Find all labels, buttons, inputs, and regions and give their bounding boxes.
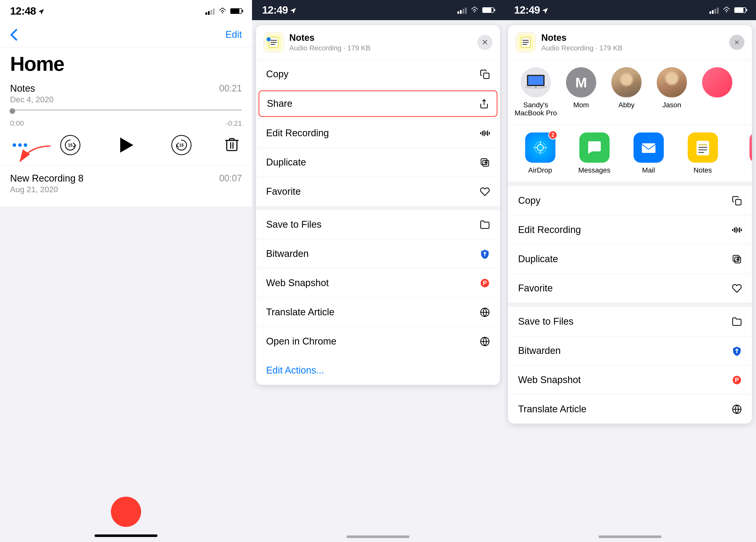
menu-item-bitwarden-3[interactable]: Bitwarden (508, 336, 752, 365)
share-contact-mom[interactable]: M Mom (558, 67, 604, 117)
time-labels: 0:00 -0:21 (10, 119, 242, 128)
menu-item-edit-actions-2[interactable]: Edit Actions... (256, 356, 500, 385)
mom-avatar: M (566, 67, 596, 98)
edit-actions-label-2: Edit Actions... (266, 365, 324, 376)
airdrop-label: AirDrop (528, 166, 552, 174)
battery-icon-3 (734, 7, 746, 13)
abby-avatar (611, 67, 642, 98)
home-indicator-3 (599, 535, 661, 538)
heart-icon-2 (480, 187, 490, 197)
close-icon-3 (734, 39, 740, 45)
modal-subtitle-2: Audio Recording · 179 KB (289, 44, 472, 52)
modal-close-button-2[interactable]: ✕ (477, 35, 492, 50)
menu-item-chrome-2[interactable]: Open in Chrome (256, 327, 500, 356)
menu-item-bitwarden-2[interactable]: Bitwarden (256, 239, 500, 269)
modal-close-button-3[interactable] (729, 35, 744, 50)
messages-symbol (586, 139, 603, 157)
menu-item-favorite-3[interactable]: Favorite (508, 274, 752, 303)
play-button[interactable] (113, 133, 138, 158)
menu-item-edit-recording-2[interactable]: Edit Recording (256, 119, 500, 148)
annotation-arrow (5, 141, 55, 171)
signal-bar (213, 9, 215, 15)
panel-share-sheet: 12:49 (504, 0, 756, 542)
svg-point-35 (535, 86, 537, 88)
time-start: 0:00 (10, 119, 24, 128)
share-app-airdrop[interactable]: 2 AirDrop (513, 133, 567, 174)
signal-bar (714, 9, 716, 14)
notes-app-icon-3 (516, 32, 536, 52)
menu-item-translate-2[interactable]: Translate Article (256, 298, 500, 327)
back-button[interactable] (10, 28, 18, 41)
save-files-label-2: Save to Files (266, 219, 322, 230)
svg-rect-39 (697, 141, 709, 155)
share-icon-2 (479, 99, 489, 109)
signal-bar (465, 8, 467, 14)
macbook-avatar (521, 67, 551, 98)
edit-recording-label-2: Edit Recording (266, 128, 329, 139)
menu-item-web-snapshot-3[interactable]: Web Snapshot P (508, 365, 752, 395)
mail-symbol (640, 139, 657, 157)
svg-rect-2 (227, 140, 237, 151)
favorite-label-3: Favorite (518, 283, 553, 294)
notes-app-label: Notes (694, 166, 712, 174)
recording-item-2[interactable]: New Recording 8 00:07 Aug 21, 2020 (0, 166, 252, 207)
recording-date-2: Aug 21, 2020 (10, 185, 242, 194)
airdrop-icon: 2 (525, 133, 555, 163)
progress-bar[interactable] (10, 109, 242, 111)
share-sheet: Notes Audio Recording · 179 KB (508, 25, 752, 424)
battery-fill-1 (231, 9, 239, 13)
share-contact-jason[interactable]: Jason (649, 67, 695, 117)
menu-item-edit-recording-3[interactable]: Edit Recording (508, 215, 752, 245)
skip-back-button[interactable]: 15 (60, 135, 80, 155)
menu-item-translate-3[interactable]: Translate Article (508, 395, 752, 424)
menu-item-web-snapshot-2[interactable]: Web Snapshot P (256, 269, 500, 298)
record-button[interactable] (111, 497, 141, 527)
menu-group-1: Copy Share (256, 60, 500, 206)
menu-item-save-files-2[interactable]: Save to Files (256, 210, 500, 239)
edit-button[interactable]: Edit (226, 29, 242, 40)
globe-icon-chrome-2 (480, 336, 490, 346)
page-title: Home (0, 47, 252, 76)
menu-item-favorite-2[interactable]: Favorite (256, 177, 500, 206)
bitwarden-icon-3 (732, 346, 742, 356)
share-contact-macbook[interactable]: Sandy'sMacBook Pro (513, 67, 558, 117)
menu-item-save-files-3[interactable]: Save to Files (508, 307, 752, 336)
delete-button[interactable] (224, 136, 239, 154)
more-avatar (702, 67, 732, 98)
menu-item-share-2[interactable]: Share (259, 90, 497, 117)
battery-fill-2 (483, 8, 491, 12)
menu-item-copy-2[interactable]: Copy (256, 60, 500, 89)
recording-duration-notes: 00:21 (219, 83, 242, 94)
panel-home: 12:48 Edit (0, 0, 252, 542)
skip-forward-icon: 15 (174, 138, 189, 153)
battery-icon-1 (230, 8, 242, 14)
mom-label: Mom (573, 101, 589, 109)
menu-item-duplicate-3[interactable]: Duplicate (508, 245, 752, 274)
copy-label-2: Copy (266, 69, 289, 80)
menu-item-share-wrapper: Share (256, 89, 500, 119)
translate-label-3: Translate Article (518, 404, 586, 414)
nav-bar-1: Edit (0, 22, 252, 47)
skip-forward-button[interactable]: 15 (171, 135, 192, 155)
more-app-icon (749, 133, 752, 163)
menu-item-duplicate-2[interactable]: Duplicate (256, 148, 500, 177)
svg-rect-38 (642, 143, 655, 153)
messages-label: Messages (578, 166, 611, 174)
heart-icon-3 (732, 283, 742, 293)
share-app-messages[interactable]: Messages (567, 133, 621, 174)
mail-label: Mail (642, 166, 655, 174)
modal-header-2: 🎵 Notes Audio Recording · 179 KB ✕ (256, 25, 500, 60)
favorite-label-2: Favorite (266, 186, 301, 197)
status-time-3: 12:49 (514, 4, 540, 16)
abby-label: Abby (618, 101, 635, 109)
menu-divider-1 (256, 206, 500, 210)
menu-item-copy-3[interactable]: Copy (508, 186, 752, 215)
share-contact-more[interactable] (695, 67, 740, 117)
pocket-icon-2: P (480, 278, 490, 288)
time-end: -0:21 (226, 119, 242, 128)
share-contact-abby[interactable]: Abby (604, 67, 649, 117)
recording-date-notes: Dec 4, 2020 (10, 95, 242, 104)
share-app-notes[interactable]: Notes (676, 133, 730, 174)
share-app-more[interactable] (730, 133, 752, 174)
share-app-mail[interactable]: Mail (621, 133, 676, 174)
